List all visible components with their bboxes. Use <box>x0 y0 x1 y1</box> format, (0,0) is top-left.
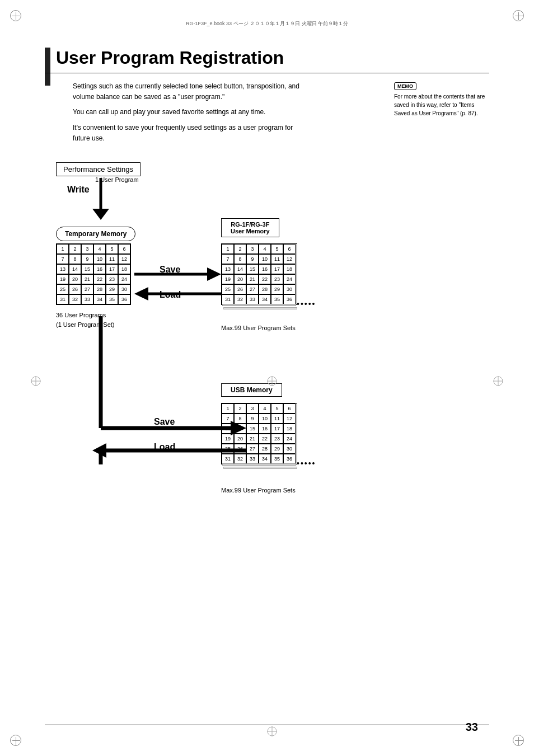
grid-cell: 15 <box>81 264 93 274</box>
grid-cell: 10 <box>259 254 271 264</box>
grid-cell: 22 <box>93 274 106 284</box>
grid-cell: 29 <box>271 444 283 454</box>
grid-cell: 25 <box>57 284 69 294</box>
grid-cell: 1 <box>222 244 234 254</box>
grid-cell: 3 <box>246 244 259 254</box>
grid-cell: 35 <box>271 294 283 304</box>
top-bar-text: RG-1F3F_e.book 33 ページ ２０１０年１月１９日 火曜日 午前９… <box>186 20 348 27</box>
svg-marker-3 <box>207 267 221 281</box>
grid-cell: 24 <box>118 274 130 284</box>
grid-cell: 1 <box>222 403 234 414</box>
grid-cell: 24 <box>283 274 296 284</box>
corner-mark-tl <box>10 10 21 21</box>
grid-cell: 4 <box>93 244 106 254</box>
grid-cell: 22 <box>259 274 271 284</box>
grid-cell: 5 <box>271 403 283 414</box>
grid-cell: 11 <box>106 254 118 264</box>
grid-cell: 35 <box>271 454 283 464</box>
grid-cell: 34 <box>259 294 271 304</box>
grid-cell: 36 <box>283 294 296 304</box>
cross-right <box>493 376 503 388</box>
rg-memory-grid: 1 2 3 4 5 6 7 8 9 10 11 12 13 14 15 16 1… <box>221 243 297 311</box>
bottom-rule <box>45 725 489 725</box>
grid-cell: 33 <box>246 454 259 464</box>
grid-cell: 12 <box>118 254 130 264</box>
grid-cell: 35 <box>106 294 118 304</box>
grid-cell: 33 <box>81 294 93 304</box>
grid-cell: 26 <box>234 284 246 294</box>
grid-cell: 20 <box>234 434 246 444</box>
grid-cell: 17 <box>271 424 283 434</box>
dots-rg: ••••• <box>297 299 316 308</box>
grid-cell: 32 <box>69 294 81 304</box>
write-label: Write <box>67 185 90 195</box>
grid-cell: 28 <box>93 284 106 294</box>
intro-text: Settings such as the currently selected … <box>73 81 347 144</box>
temp-memory-grid: 1 2 3 4 5 6 7 8 9 10 11 12 13 14 15 16 1… <box>56 243 131 305</box>
grid-cell: 6 <box>283 403 296 414</box>
grid-cell: 31 <box>222 454 234 464</box>
grid-cell: 12 <box>283 254 296 264</box>
save-label-bottom: Save <box>154 417 175 427</box>
performance-settings-box: Performance Settings <box>56 162 140 176</box>
grid-cell: 29 <box>271 284 283 294</box>
grid-cell: 5 <box>271 244 283 254</box>
grid-cell: 26 <box>69 284 81 294</box>
cross-bottom-center <box>267 726 277 738</box>
grid-cell: 12 <box>283 414 296 424</box>
grid-cell: 31 <box>222 294 234 304</box>
grid-cell: 8 <box>234 414 246 424</box>
grid-cell: 28 <box>259 284 271 294</box>
grid-cell: 22 <box>259 434 271 444</box>
grid-cell: 18 <box>283 264 296 274</box>
grid-cell: 19 <box>222 274 234 284</box>
grid-cell: 4 <box>259 244 271 254</box>
grid-cell: 20 <box>234 274 246 284</box>
load-label-top: Load <box>160 290 181 300</box>
section-marker <box>45 48 50 86</box>
grid-cell: 23 <box>106 274 118 284</box>
grid-cell: 19 <box>222 434 234 444</box>
grid-cell: 26 <box>234 444 246 454</box>
grid-cell: 1 <box>57 244 69 254</box>
cross-left <box>31 376 41 388</box>
grid-cell: 10 <box>259 414 271 424</box>
svg-marker-1 <box>92 209 109 220</box>
write-arrow <box>92 178 109 222</box>
page-title: User Program Registration <box>56 48 284 68</box>
grid-cell: 31 <box>57 294 69 304</box>
rg-memory-box: RG-1F/RG-3F User Memory <box>221 218 279 237</box>
grid-cell: 8 <box>234 254 246 264</box>
load-label-bottom: Load <box>154 442 175 452</box>
grid-cell: 14 <box>234 424 246 434</box>
memo-box: MEMO For more about the contents that ar… <box>394 81 489 118</box>
grid-cell: 21 <box>246 274 259 284</box>
grid-cell: 7 <box>222 414 234 424</box>
grid-cell: 6 <box>118 244 130 254</box>
grid-cell: 8 <box>69 254 81 264</box>
grid-cell: 18 <box>283 424 296 434</box>
grid-cell: 36 <box>118 294 130 304</box>
grid-cell: 13 <box>57 264 69 274</box>
grid-cell: 21 <box>246 434 259 444</box>
grid-cell: 5 <box>106 244 118 254</box>
grid-cell: 14 <box>69 264 81 274</box>
grid-cell: 10 <box>93 254 106 264</box>
grid-cell: 25 <box>222 284 234 294</box>
grid-cell: 28 <box>259 444 271 454</box>
title-rule <box>45 73 489 73</box>
grid-cell: 13 <box>222 424 234 434</box>
grid-cell: 25 <box>222 444 234 454</box>
grid-cell: 6 <box>283 244 296 254</box>
grid-cell: 7 <box>57 254 69 264</box>
grid-cell: 17 <box>106 264 118 274</box>
grid-cell: 2 <box>69 244 81 254</box>
grid-cell: 19 <box>57 274 69 284</box>
grid-cell: 30 <box>118 284 130 294</box>
grid-cell: 9 <box>246 254 259 264</box>
grid-cell: 16 <box>259 264 271 274</box>
grid-cell: 20 <box>69 274 81 284</box>
grid-cell: 2 <box>234 244 246 254</box>
max99-label-bottom: Max.99 User Program Sets <box>221 487 296 494</box>
grid-cell: 15 <box>246 424 259 434</box>
